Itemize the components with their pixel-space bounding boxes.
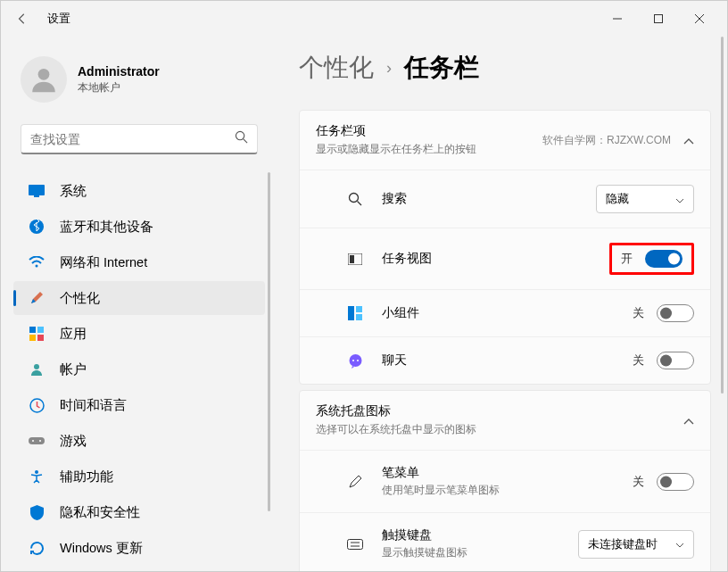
- chevron-up-icon: [683, 412, 694, 428]
- nav-item-accounts[interactable]: 帐户: [13, 352, 265, 386]
- taskbar-items-section: 任务栏项 显示或隐藏显示在任务栏上的按钮 软件自学网：RJZXW.COM 搜索 …: [299, 110, 711, 385]
- nav-item-privacy[interactable]: 隐私和安全性: [13, 495, 265, 529]
- update-icon: [28, 539, 46, 557]
- nav-item-time-language[interactable]: 时间和语言: [13, 388, 265, 422]
- watermark-text: 软件自学网：RJZXW.COM: [542, 133, 671, 148]
- shield-icon: [28, 503, 46, 521]
- svg-point-5: [236, 131, 244, 139]
- back-button[interactable]: [8, 4, 37, 33]
- nav-item-network[interactable]: 网络和 Internet: [13, 245, 265, 279]
- nav-list: 系统 蓝牙和其他设备 网络和 Internet 个性化 应用 帐户: [8, 172, 274, 572]
- svg-rect-26: [356, 306, 362, 312]
- clock-icon: [28, 396, 46, 414]
- window-controls: [597, 4, 720, 33]
- apps-icon: [28, 325, 46, 343]
- nav-item-personalization[interactable]: 个性化: [13, 281, 265, 315]
- breadcrumb: 个性化 › 任务栏: [299, 51, 711, 85]
- svg-point-30: [357, 360, 359, 361]
- chevron-down-icon: [675, 537, 684, 551]
- search-icon: [235, 130, 248, 147]
- taskview-control-highlight: 开: [609, 243, 694, 275]
- widgets-icon: [346, 304, 364, 322]
- nav-item-bluetooth[interactable]: 蓝牙和其他设备: [13, 210, 265, 244]
- svg-rect-8: [34, 195, 39, 197]
- search-box[interactable]: [21, 124, 258, 154]
- accessibility-icon: [28, 468, 46, 485]
- search-icon: [346, 190, 364, 208]
- svg-rect-24: [350, 255, 354, 263]
- widgets-toggle[interactable]: [657, 304, 694, 322]
- sidebar-scrollbar[interactable]: [268, 172, 270, 511]
- nav-item-system[interactable]: 系统: [13, 174, 265, 208]
- gamepad-icon: [28, 432, 46, 450]
- svg-rect-14: [37, 335, 44, 341]
- svg-rect-11: [29, 327, 36, 333]
- chevron-down-icon: [675, 193, 684, 206]
- titlebar: 设置: [1, 1, 727, 37]
- setting-row-touch-keyboard: 触摸键盘 显示触摸键盘图标 未连接键盘时: [300, 512, 710, 572]
- taskview-icon: [346, 250, 364, 268]
- chevron-right-icon: ›: [386, 59, 392, 78]
- maximize-button[interactable]: [638, 4, 679, 33]
- svg-point-20: [35, 470, 38, 474]
- taskview-toggle[interactable]: [645, 250, 682, 268]
- chat-icon: [346, 352, 364, 369]
- svg-rect-17: [29, 437, 45, 444]
- svg-line-6: [244, 139, 247, 143]
- setting-row-search: 搜索 隐藏: [300, 170, 710, 228]
- setting-row-pen-menu: 笔菜单 使用笔时显示笔菜单图标 关: [300, 450, 710, 512]
- svg-rect-27: [356, 314, 362, 320]
- svg-rect-7: [29, 185, 45, 195]
- nav-item-windows-update[interactable]: Windows 更新: [13, 531, 265, 565]
- wifi-icon: [28, 253, 46, 271]
- window-title: 设置: [47, 11, 70, 27]
- user-section[interactable]: Administrator 本地帐户: [8, 44, 274, 124]
- svg-point-18: [32, 440, 34, 442]
- section-header-system-tray[interactable]: 系统托盘图标 选择可以在系统托盘中显示的图标: [300, 391, 710, 450]
- svg-point-28: [349, 354, 361, 367]
- svg-point-21: [350, 194, 359, 203]
- touch-keyboard-dropdown[interactable]: 未连接键盘时: [578, 530, 694, 559]
- svg-point-4: [38, 69, 50, 80]
- system-icon: [28, 182, 46, 200]
- avatar: [21, 56, 67, 103]
- system-tray-section: 系统托盘图标 选择可以在系统托盘中显示的图标 笔菜单 使用笔时显示笔菜单图标 关: [299, 390, 711, 572]
- svg-rect-1: [655, 15, 663, 23]
- pen-menu-toggle[interactable]: [657, 473, 694, 491]
- brush-icon: [28, 289, 46, 307]
- keyboard-icon: [346, 535, 364, 553]
- content-area: 个性化 › 任务栏 任务栏项 显示或隐藏显示在任务栏上的按钮 软件自学网：RJZ…: [274, 37, 727, 572]
- page-title: 任务栏: [404, 51, 479, 85]
- section-header-taskbar-items[interactable]: 任务栏项 显示或隐藏显示在任务栏上的按钮 软件自学网：RJZXW.COM: [300, 111, 710, 170]
- nav-item-apps[interactable]: 应用: [13, 317, 265, 351]
- svg-point-15: [34, 364, 39, 369]
- svg-rect-25: [348, 306, 354, 320]
- setting-row-taskview: 任务视图 开: [300, 228, 710, 289]
- user-account-type: 本地帐户: [78, 80, 160, 95]
- nav-item-gaming[interactable]: 游戏: [13, 424, 265, 458]
- svg-rect-13: [29, 335, 36, 341]
- chat-toggle[interactable]: [657, 352, 694, 369]
- svg-rect-31: [348, 539, 363, 549]
- setting-row-widgets: 小组件 关: [300, 289, 710, 336]
- content-scrollbar[interactable]: [721, 37, 724, 394]
- search-input[interactable]: [30, 132, 235, 146]
- user-name: Administrator: [78, 64, 160, 79]
- svg-point-10: [36, 265, 38, 268]
- svg-point-29: [352, 360, 354, 361]
- close-button[interactable]: [679, 4, 720, 33]
- nav-item-accessibility[interactable]: 辅助功能: [13, 460, 265, 493]
- pen-icon: [346, 473, 364, 491]
- svg-point-19: [39, 440, 41, 442]
- svg-rect-12: [37, 327, 44, 333]
- sidebar: Administrator 本地帐户 系统 蓝牙和其他设备 网络和 Intern…: [1, 37, 274, 572]
- search-visibility-dropdown[interactable]: 隐藏: [596, 185, 694, 213]
- minimize-button[interactable]: [597, 4, 638, 33]
- bluetooth-icon: [28, 218, 46, 236]
- breadcrumb-parent[interactable]: 个性化: [299, 51, 374, 85]
- svg-line-22: [358, 202, 362, 206]
- person-icon: [28, 361, 46, 378]
- chevron-up-icon: [683, 132, 694, 148]
- setting-row-chat: 聊天 关: [300, 336, 710, 384]
